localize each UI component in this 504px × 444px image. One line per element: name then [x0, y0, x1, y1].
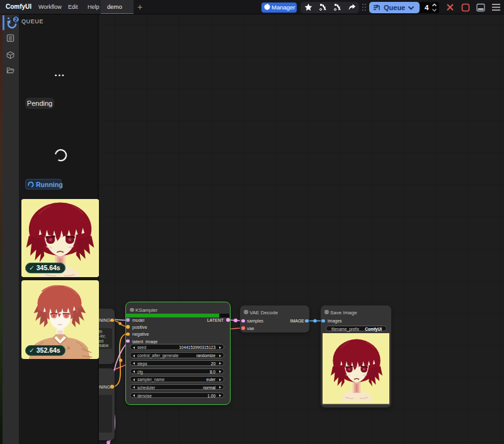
svg-text:2: 2 — [14, 16, 18, 23]
